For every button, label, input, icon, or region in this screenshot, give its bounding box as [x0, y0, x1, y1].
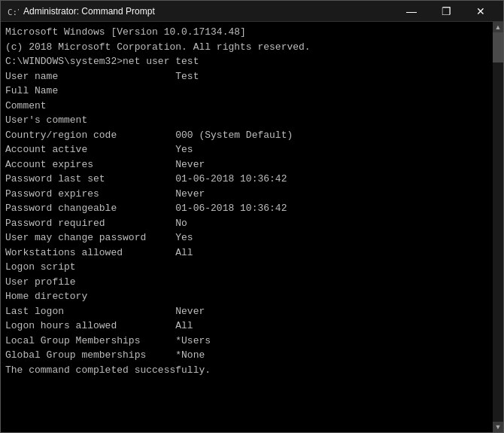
terminal-line: Microsoft Windows [Version 10.0.17134.48… [5, 25, 488, 40]
terminal-line: Full Name [5, 84, 488, 99]
terminal-line: The command completed successfully. [5, 363, 488, 378]
terminal-line: Logon hours allowed All [5, 319, 488, 334]
terminal-line: (c) 2018 Microsoft Corporation. All righ… [5, 40, 488, 55]
scroll-down-button[interactable]: ▼ [493, 422, 503, 432]
scroll-thumb[interactable] [493, 32, 503, 63]
terminal-line: Logon script [5, 260, 488, 275]
terminal-line: Country/region code 000 (System Default) [5, 128, 488, 143]
scroll-up-button[interactable]: ▲ [493, 22, 503, 32]
content-wrapper: Microsoft Windows [Version 10.0.17134.48… [1, 22, 503, 432]
terminal-line: Global Group memberships *None [5, 348, 488, 363]
terminal-line: Account active Yes [5, 142, 488, 157]
cmd-window: C:\ Administrator: Command Prompt — ❐ ✕ … [0, 0, 504, 433]
title-bar: C:\ Administrator: Command Prompt — ❐ ✕ [1, 1, 503, 22]
terminal-line: Password expires Never [5, 187, 488, 202]
window-controls: — ❐ ✕ [395, 1, 497, 22]
minimize-button[interactable]: — [395, 1, 428, 22]
close-button[interactable]: ✕ [464, 1, 497, 22]
terminal-line: C:\WINDOWS\system32>net user test [5, 54, 488, 69]
scroll-track [493, 32, 503, 422]
terminal-line: Local Group Memberships *Users [5, 334, 488, 349]
svg-text:C:\: C:\ [8, 8, 19, 17]
terminal-line: Password last set 01-06-2018 10:36:42 [5, 172, 488, 187]
terminal-line: Account expires Never [5, 157, 488, 172]
terminal-line: Workstations allowed All [5, 245, 488, 261]
scrollbar[interactable]: ▲ ▼ [493, 22, 503, 432]
maximize-button[interactable]: ❐ [430, 1, 463, 22]
terminal-line: User profile [5, 275, 488, 290]
terminal-line: User may change password Yes [5, 230, 488, 245]
terminal-line: Password changeable 01-06-2018 10:36:42 [5, 201, 488, 216]
terminal-line: Home directory [5, 289, 488, 304]
cmd-icon: C:\ [7, 5, 19, 17]
terminal-content: Microsoft Windows [Version 10.0.17134.48… [1, 22, 493, 432]
window-title: Administrator: Command Prompt [23, 6, 395, 17]
terminal-line: User name Test [5, 69, 488, 84]
terminal-line: Comment [5, 99, 488, 114]
terminal-line: User's comment [5, 113, 488, 128]
terminal-line: Password required No [5, 216, 488, 231]
terminal-line: Last logon Never [5, 304, 488, 319]
